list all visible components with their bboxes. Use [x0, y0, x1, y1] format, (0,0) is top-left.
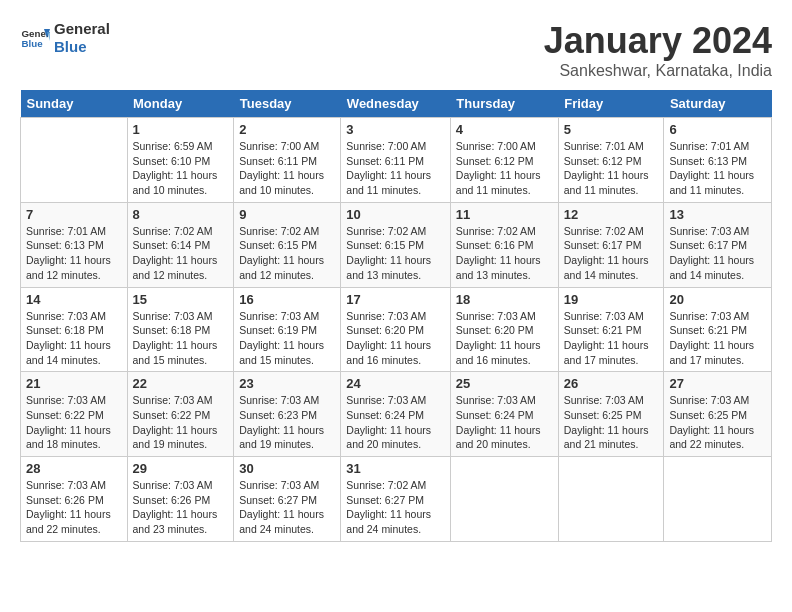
- day-number: 11: [456, 207, 553, 222]
- day-info: Sunrise: 7:02 AM Sunset: 6:17 PM Dayligh…: [564, 225, 649, 281]
- logo-general: General: [54, 20, 110, 38]
- day-cell: 6Sunrise: 7:01 AM Sunset: 6:13 PM Daylig…: [664, 118, 772, 203]
- main-title: January 2024: [544, 20, 772, 62]
- day-info: Sunrise: 7:03 AM Sunset: 6:20 PM Dayligh…: [346, 310, 431, 366]
- day-cell: 1Sunrise: 6:59 AM Sunset: 6:10 PM Daylig…: [127, 118, 234, 203]
- day-info: Sunrise: 7:00 AM Sunset: 6:11 PM Dayligh…: [346, 140, 431, 196]
- header-cell-friday: Friday: [558, 90, 664, 118]
- day-number: 28: [26, 461, 122, 476]
- day-number: 29: [133, 461, 229, 476]
- day-info: Sunrise: 6:59 AM Sunset: 6:10 PM Dayligh…: [133, 140, 218, 196]
- day-info: Sunrise: 7:00 AM Sunset: 6:11 PM Dayligh…: [239, 140, 324, 196]
- header-cell-tuesday: Tuesday: [234, 90, 341, 118]
- day-cell: [664, 457, 772, 542]
- day-number: 9: [239, 207, 335, 222]
- day-info: Sunrise: 7:03 AM Sunset: 6:21 PM Dayligh…: [669, 310, 754, 366]
- logo-icon: General Blue: [20, 23, 50, 53]
- day-cell: 9Sunrise: 7:02 AM Sunset: 6:15 PM Daylig…: [234, 202, 341, 287]
- day-info: Sunrise: 7:03 AM Sunset: 6:24 PM Dayligh…: [456, 394, 541, 450]
- day-number: 30: [239, 461, 335, 476]
- day-info: Sunrise: 7:02 AM Sunset: 6:27 PM Dayligh…: [346, 479, 431, 535]
- day-number: 7: [26, 207, 122, 222]
- day-info: Sunrise: 7:03 AM Sunset: 6:25 PM Dayligh…: [669, 394, 754, 450]
- day-number: 17: [346, 292, 445, 307]
- day-cell: 28Sunrise: 7:03 AM Sunset: 6:26 PM Dayli…: [21, 457, 128, 542]
- day-cell: 5Sunrise: 7:01 AM Sunset: 6:12 PM Daylig…: [558, 118, 664, 203]
- day-number: 27: [669, 376, 766, 391]
- day-number: 1: [133, 122, 229, 137]
- week-row-2: 7Sunrise: 7:01 AM Sunset: 6:13 PM Daylig…: [21, 202, 772, 287]
- day-info: Sunrise: 7:02 AM Sunset: 6:16 PM Dayligh…: [456, 225, 541, 281]
- week-row-4: 21Sunrise: 7:03 AM Sunset: 6:22 PM Dayli…: [21, 372, 772, 457]
- day-cell: 7Sunrise: 7:01 AM Sunset: 6:13 PM Daylig…: [21, 202, 128, 287]
- day-number: 4: [456, 122, 553, 137]
- day-cell: 21Sunrise: 7:03 AM Sunset: 6:22 PM Dayli…: [21, 372, 128, 457]
- day-info: Sunrise: 7:02 AM Sunset: 6:15 PM Dayligh…: [346, 225, 431, 281]
- day-info: Sunrise: 7:03 AM Sunset: 6:23 PM Dayligh…: [239, 394, 324, 450]
- calendar-table: SundayMondayTuesdayWednesdayThursdayFrid…: [20, 90, 772, 542]
- day-cell: 14Sunrise: 7:03 AM Sunset: 6:18 PM Dayli…: [21, 287, 128, 372]
- day-cell: [21, 118, 128, 203]
- day-number: 12: [564, 207, 659, 222]
- day-cell: 4Sunrise: 7:00 AM Sunset: 6:12 PM Daylig…: [450, 118, 558, 203]
- day-info: Sunrise: 7:03 AM Sunset: 6:18 PM Dayligh…: [26, 310, 111, 366]
- day-number: 31: [346, 461, 445, 476]
- day-info: Sunrise: 7:03 AM Sunset: 6:26 PM Dayligh…: [26, 479, 111, 535]
- title-area: January 2024 Sankeshwar, Karnataka, Indi…: [544, 20, 772, 80]
- page-container: General Blue General Blue January 2024 S…: [20, 20, 772, 542]
- day-cell: [558, 457, 664, 542]
- day-cell: 19Sunrise: 7:03 AM Sunset: 6:21 PM Dayli…: [558, 287, 664, 372]
- day-info: Sunrise: 7:03 AM Sunset: 6:20 PM Dayligh…: [456, 310, 541, 366]
- day-cell: 13Sunrise: 7:03 AM Sunset: 6:17 PM Dayli…: [664, 202, 772, 287]
- day-cell: [450, 457, 558, 542]
- day-info: Sunrise: 7:03 AM Sunset: 6:17 PM Dayligh…: [669, 225, 754, 281]
- week-row-1: 1Sunrise: 6:59 AM Sunset: 6:10 PM Daylig…: [21, 118, 772, 203]
- day-number: 23: [239, 376, 335, 391]
- day-info: Sunrise: 7:01 AM Sunset: 6:12 PM Dayligh…: [564, 140, 649, 196]
- day-cell: 11Sunrise: 7:02 AM Sunset: 6:16 PM Dayli…: [450, 202, 558, 287]
- svg-text:Blue: Blue: [22, 38, 44, 49]
- day-cell: 29Sunrise: 7:03 AM Sunset: 6:26 PM Dayli…: [127, 457, 234, 542]
- header-cell-saturday: Saturday: [664, 90, 772, 118]
- day-number: 5: [564, 122, 659, 137]
- week-row-5: 28Sunrise: 7:03 AM Sunset: 6:26 PM Dayli…: [21, 457, 772, 542]
- day-info: Sunrise: 7:00 AM Sunset: 6:12 PM Dayligh…: [456, 140, 541, 196]
- day-info: Sunrise: 7:03 AM Sunset: 6:22 PM Dayligh…: [133, 394, 218, 450]
- day-info: Sunrise: 7:01 AM Sunset: 6:13 PM Dayligh…: [669, 140, 754, 196]
- day-cell: 12Sunrise: 7:02 AM Sunset: 6:17 PM Dayli…: [558, 202, 664, 287]
- day-number: 22: [133, 376, 229, 391]
- day-cell: 23Sunrise: 7:03 AM Sunset: 6:23 PM Dayli…: [234, 372, 341, 457]
- day-number: 15: [133, 292, 229, 307]
- day-number: 18: [456, 292, 553, 307]
- day-number: 24: [346, 376, 445, 391]
- day-cell: 16Sunrise: 7:03 AM Sunset: 6:19 PM Dayli…: [234, 287, 341, 372]
- day-cell: 2Sunrise: 7:00 AM Sunset: 6:11 PM Daylig…: [234, 118, 341, 203]
- day-number: 16: [239, 292, 335, 307]
- day-info: Sunrise: 7:03 AM Sunset: 6:25 PM Dayligh…: [564, 394, 649, 450]
- day-info: Sunrise: 7:03 AM Sunset: 6:26 PM Dayligh…: [133, 479, 218, 535]
- day-cell: 24Sunrise: 7:03 AM Sunset: 6:24 PM Dayli…: [341, 372, 451, 457]
- day-number: 10: [346, 207, 445, 222]
- day-info: Sunrise: 7:01 AM Sunset: 6:13 PM Dayligh…: [26, 225, 111, 281]
- day-cell: 25Sunrise: 7:03 AM Sunset: 6:24 PM Dayli…: [450, 372, 558, 457]
- day-cell: 26Sunrise: 7:03 AM Sunset: 6:25 PM Dayli…: [558, 372, 664, 457]
- day-cell: 31Sunrise: 7:02 AM Sunset: 6:27 PM Dayli…: [341, 457, 451, 542]
- logo: General Blue General Blue: [20, 20, 110, 56]
- day-number: 8: [133, 207, 229, 222]
- day-cell: 8Sunrise: 7:02 AM Sunset: 6:14 PM Daylig…: [127, 202, 234, 287]
- day-info: Sunrise: 7:03 AM Sunset: 6:18 PM Dayligh…: [133, 310, 218, 366]
- subtitle: Sankeshwar, Karnataka, India: [544, 62, 772, 80]
- day-number: 2: [239, 122, 335, 137]
- logo-blue: Blue: [54, 38, 110, 56]
- header-cell-sunday: Sunday: [21, 90, 128, 118]
- day-number: 20: [669, 292, 766, 307]
- day-number: 3: [346, 122, 445, 137]
- day-number: 6: [669, 122, 766, 137]
- day-info: Sunrise: 7:03 AM Sunset: 6:22 PM Dayligh…: [26, 394, 111, 450]
- day-number: 19: [564, 292, 659, 307]
- day-info: Sunrise: 7:03 AM Sunset: 6:27 PM Dayligh…: [239, 479, 324, 535]
- day-info: Sunrise: 7:03 AM Sunset: 6:19 PM Dayligh…: [239, 310, 324, 366]
- day-cell: 27Sunrise: 7:03 AM Sunset: 6:25 PM Dayli…: [664, 372, 772, 457]
- day-cell: 10Sunrise: 7:02 AM Sunset: 6:15 PM Dayli…: [341, 202, 451, 287]
- day-number: 26: [564, 376, 659, 391]
